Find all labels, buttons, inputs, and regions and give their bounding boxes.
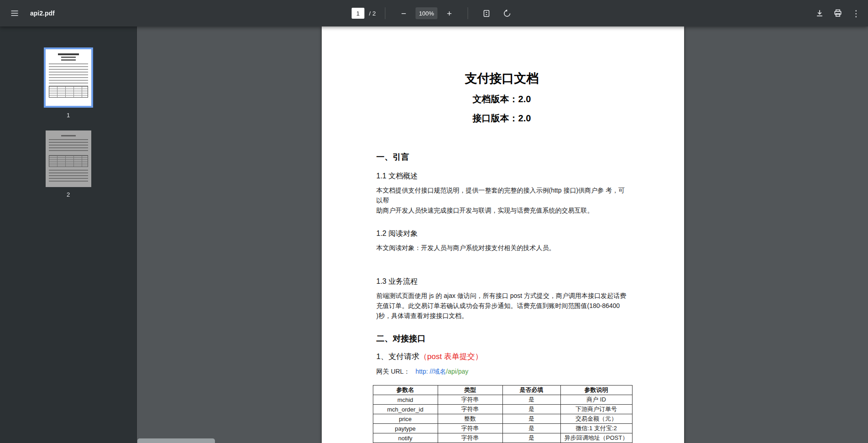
section-api-heading: 二、对接接口	[376, 333, 627, 344]
page-number-input[interactable]	[351, 8, 364, 19]
table-cell: 字符串	[438, 424, 502, 433]
toolbar-center-controls: / 2 − 100% +	[351, 0, 516, 26]
table-row: mchid字符串是商户 ID	[373, 395, 632, 405]
gateway-label: 网关 URL：	[376, 368, 410, 375]
rotate-ccw-icon	[503, 9, 512, 18]
download-button[interactable]	[810, 4, 829, 22]
parameters-table: 参数名类型是否必填参数说明 mchid字符串是商户 IDmch_order_id…	[373, 385, 633, 443]
kebab-menu-icon: ⋮	[852, 8, 861, 19]
table-header-cell: 参数说明	[560, 386, 632, 395]
thumb-text-lines	[49, 63, 88, 83]
thumb-text-bar	[61, 59, 76, 61]
table-row: price整数是交易金额（元）	[373, 414, 632, 424]
overview-paragraph: 本文档提供支付接口规范说明，提供一整套的完整的接入示例(http 接口)供商户参…	[376, 185, 627, 215]
audience-heading: 1.2 阅读对象	[376, 229, 627, 238]
thumb-text-bar	[61, 57, 76, 58]
pay-request-heading: 1、支付请求（post 表单提交）	[376, 352, 627, 362]
table-header-row: 参数名类型是否必填参数说明	[373, 386, 632, 395]
more-options-button[interactable]: ⋮	[847, 4, 865, 22]
table-cell: 字符串	[438, 405, 502, 414]
param-table-head: 参数名类型是否必填参数说明	[373, 386, 632, 395]
hamburger-icon	[10, 9, 19, 18]
pay-request-label: 1、支付请求	[376, 352, 419, 361]
thumbnail-item: 2	[0, 130, 136, 198]
fit-page-button[interactable]	[477, 4, 496, 22]
print-button[interactable]	[829, 4, 847, 22]
doc-version-line: 文档版本：2.0	[376, 93, 627, 105]
thumbnail-item: 1	[0, 47, 136, 119]
pdf-page: 支付接口文档 文档版本：2.0 接口版本：2.0 一、引言 1.1 文档概述 本…	[322, 26, 684, 443]
doc-title: 支付接口文档	[376, 71, 627, 86]
thumb-text-bar	[61, 135, 76, 136]
page-count-label: / 2	[369, 10, 376, 17]
menu-button[interactable]	[5, 4, 24, 22]
plus-icon: +	[447, 9, 452, 18]
audience-paragraph: 本文阅读对象：开发人员与商户系统对接支付相关的技术人员。	[376, 243, 627, 253]
table-cell: 整数	[438, 414, 502, 424]
thumb-text-lines	[49, 170, 88, 183]
pay-request-method: （post 表单提交）	[419, 352, 483, 361]
process-paragraph: 前端测试页面使用 js 的 ajax 做访问，所有接口 post 方式提交，商户…	[376, 291, 627, 321]
table-row: notify字符串是异步回调地址（POST）	[373, 433, 632, 443]
table-cell: 微信:1 支付宝:2	[560, 424, 632, 433]
pdf-page-content: 支付接口文档 文档版本：2.0 接口版本：2.0 一、引言 1.1 文档概述 本…	[322, 26, 684, 443]
thumbnail-preview-content	[46, 53, 91, 98]
fit-page-icon	[482, 9, 491, 18]
pdf-toolbar: api2.pdf / 2 − 100% +	[0, 0, 868, 26]
table-cell: 异步回调地址（POST）	[560, 433, 632, 443]
table-row: paytype字符串是微信:1 支付宝:2	[373, 424, 632, 433]
param-table-body: mchid字符串是商户 IDmch_order_id字符串是下游商户订单号pri…	[373, 395, 632, 443]
table-cell: 是	[502, 424, 560, 433]
table-cell: 下游商户订单号	[560, 405, 632, 414]
gateway-url-line: 网关 URL：http: //域名/api/pay	[376, 366, 627, 376]
table-header-cell: 是否必填	[502, 386, 560, 395]
table-header-cell: 类型	[438, 386, 502, 395]
table-header-cell: 参数名	[373, 386, 438, 395]
horizontal-scrollbar-thumb[interactable]	[137, 438, 215, 443]
table-cell: notify	[373, 433, 438, 443]
minus-icon: −	[401, 9, 406, 18]
gateway-url-domain: http: //域名	[415, 368, 446, 375]
table-cell: mchid	[373, 395, 438, 405]
table-cell: 字符串	[438, 433, 502, 443]
table-cell: 交易金额（元）	[560, 414, 632, 424]
thumbnail-preview-content	[46, 135, 91, 183]
process-heading: 1.3 业务流程	[376, 276, 627, 286]
thumb-title-bar	[58, 53, 79, 55]
zoom-in-button[interactable]: +	[440, 4, 459, 22]
thumbnail-pane: 1 2	[0, 26, 137, 443]
table-cell: 是	[502, 405, 560, 414]
table-cell: 商户 ID	[560, 395, 632, 405]
thumbnail-page-number: 2	[67, 191, 70, 198]
thumbnail-page-number: 1	[67, 112, 70, 119]
table-cell: mch_order_id	[373, 405, 438, 414]
table-cell: 字符串	[438, 395, 502, 405]
section-intro-heading: 一、引言	[376, 151, 627, 162]
print-icon	[833, 9, 842, 18]
overview-heading: 1.1 文档概述	[376, 171, 627, 181]
pdf-viewer[interactable]: 支付接口文档 文档版本：2.0 接口版本：2.0 一、引言 1.1 文档概述 本…	[137, 26, 868, 443]
api-version-line: 接口版本：2.0	[376, 112, 627, 124]
table-cell: 是	[502, 395, 560, 405]
toolbar-divider	[385, 7, 386, 19]
page-thumbnail-2[interactable]	[46, 130, 91, 187]
thumb-text-lines	[49, 139, 88, 153]
zoom-out-button[interactable]: −	[395, 4, 413, 22]
zoom-level-display[interactable]: 100%	[416, 7, 438, 19]
rotate-button[interactable]	[498, 4, 517, 22]
toolbar-left-section: api2.pdf	[0, 4, 55, 22]
table-cell: 是	[502, 414, 560, 424]
document-filename: api2.pdf	[30, 10, 55, 17]
thumb-mini-table	[49, 86, 88, 98]
thumb-mini-table	[49, 155, 88, 167]
page-thumbnail-1[interactable]	[44, 47, 93, 108]
table-cell: 是	[502, 433, 560, 443]
table-row: mch_order_id字符串是下游商户订单号	[373, 405, 632, 414]
toolbar-right-controls: ⋮	[810, 0, 865, 26]
download-icon	[815, 9, 824, 18]
gateway-url-path: /api/pay	[446, 368, 468, 375]
table-cell: price	[373, 414, 438, 424]
toolbar-divider	[468, 7, 468, 19]
table-cell: paytype	[373, 424, 438, 433]
